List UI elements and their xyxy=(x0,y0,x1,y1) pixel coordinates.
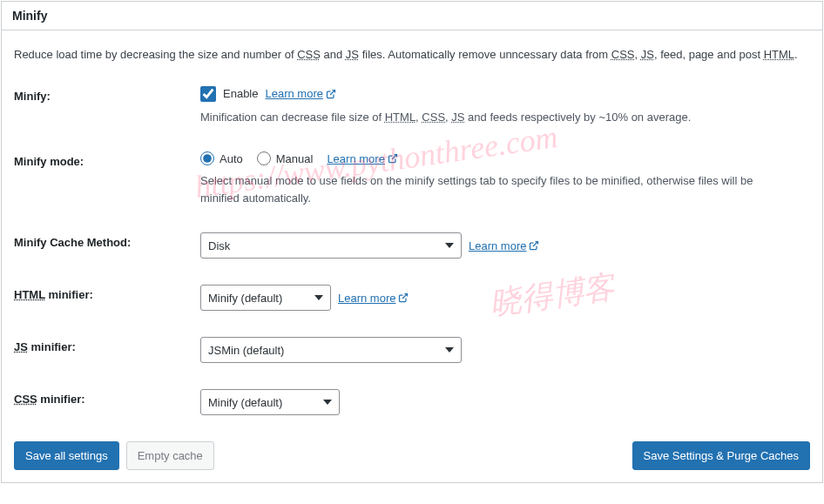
row-minify-enable: Minify: Enable Learn more Minification c… xyxy=(14,86,810,126)
external-link-icon xyxy=(529,240,539,251)
enable-minify-checkbox[interactable] xyxy=(200,86,216,102)
panel-body: https://www.pythonthree.com 晓得博客 Reduce … xyxy=(2,30,822,482)
svg-line-0 xyxy=(330,90,335,95)
abbr-js2: JS xyxy=(641,48,654,61)
minify-description: Minification can decrease file size of H… xyxy=(200,109,793,126)
select-html-minifier[interactable]: Minify (default) xyxy=(200,285,331,311)
panel-title: Minify xyxy=(2,2,822,30)
minify-settings-panel: Minify https://www.pythonthree.com 晓得博客 … xyxy=(1,1,823,483)
select-cache-method[interactable]: Disk xyxy=(200,232,462,259)
row-js-minifier: JS minifier: JSMin (default) xyxy=(14,337,810,363)
empty-cache-button[interactable]: Empty cache xyxy=(126,441,214,470)
radio-manual[interactable] xyxy=(257,151,271,165)
row-html-minifier: HTML minifier: Minify (default) Learn mo… xyxy=(14,285,810,311)
label-html-minifier: HTML minifier: xyxy=(14,285,200,301)
radio-auto-wrap[interactable]: Auto xyxy=(200,151,243,165)
external-link-icon xyxy=(398,292,409,303)
label-cache-method: Minify Cache Method: xyxy=(14,232,200,249)
abbr-html: HTML xyxy=(764,48,794,61)
save-purge-caches-button[interactable]: Save Settings & Purge Caches xyxy=(632,441,811,470)
select-css-minifier[interactable]: Minify (default) xyxy=(200,389,340,415)
external-link-icon xyxy=(326,89,336,99)
radio-auto-label: Auto xyxy=(220,152,243,165)
learn-more-html-minifier[interactable]: Learn more xyxy=(338,292,409,305)
intro-text: Reduce load time by decreasing the size … xyxy=(14,46,810,64)
enable-label: Enable xyxy=(223,87,258,100)
label-minify: Minify: xyxy=(14,86,200,103)
svg-line-1 xyxy=(392,155,397,160)
radio-manual-label: Manual xyxy=(276,152,314,165)
svg-line-2 xyxy=(533,242,538,247)
abbr-css2: CSS xyxy=(611,48,635,61)
abbr-js: JS xyxy=(346,48,359,61)
label-minify-mode: Minify mode: xyxy=(14,151,200,168)
mode-description: Select manual mode to use fields on the … xyxy=(200,172,793,206)
abbr-css: CSS xyxy=(297,48,321,61)
external-link-icon xyxy=(388,153,398,164)
radio-auto[interactable] xyxy=(200,151,214,165)
learn-more-mode[interactable]: Learn more xyxy=(327,152,397,165)
label-css-minifier: CSS minifier: xyxy=(14,389,200,406)
label-js-minifier: JS minifier: xyxy=(14,337,200,353)
row-css-minifier: CSS minifier: Minify (default) xyxy=(14,389,810,415)
learn-more-cache-method[interactable]: Learn more xyxy=(469,239,539,252)
save-all-settings-button[interactable]: Save all settings xyxy=(14,441,119,470)
row-minify-mode: Minify mode: Auto Manual Learn more xyxy=(14,151,810,206)
row-cache-method: Minify Cache Method: Disk Learn more xyxy=(14,232,810,259)
svg-line-3 xyxy=(402,294,408,299)
select-js-minifier[interactable]: JSMin (default) xyxy=(200,337,462,363)
radio-manual-wrap[interactable]: Manual xyxy=(257,151,314,165)
learn-more-minify[interactable]: Learn more xyxy=(265,87,335,100)
button-row: Save all settings Empty cache Save Setti… xyxy=(14,441,810,470)
